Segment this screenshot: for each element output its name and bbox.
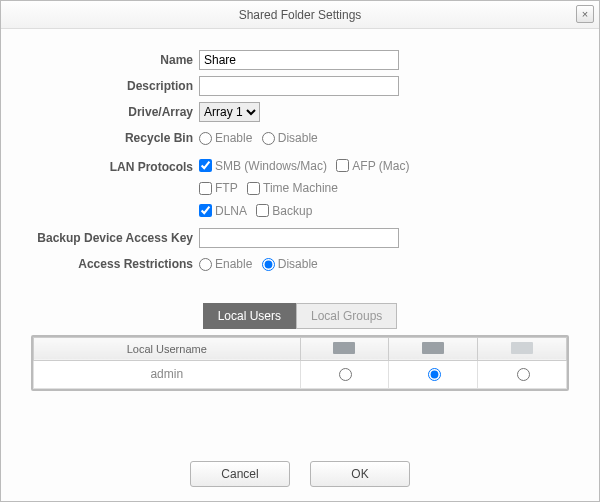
name-label: Name: [31, 49, 199, 71]
table-header-row: Local Username: [34, 337, 567, 360]
col-readonly-header: [300, 337, 389, 360]
dialog-titlebar: Shared Folder Settings ×: [1, 1, 599, 29]
cancel-button[interactable]: Cancel: [190, 461, 290, 487]
readwrite-icon: [422, 342, 444, 354]
timemachine-checkbox[interactable]: [247, 182, 260, 195]
row-username: admin: [34, 360, 301, 388]
permissions-tabs: Local Users Local Groups: [31, 303, 569, 329]
dialog-title: Shared Folder Settings: [239, 8, 362, 22]
close-icon: ×: [582, 8, 588, 20]
backup-checkbox[interactable]: [256, 204, 269, 217]
recycle-enable-text: Enable: [215, 127, 252, 149]
smb-checkbox[interactable]: [199, 159, 212, 172]
timemachine-text: Time Machine: [263, 178, 338, 198]
drive-array-select[interactable]: Array 1: [199, 102, 260, 122]
recycle-disable-radio[interactable]: [262, 132, 275, 145]
recycle-bin-label: Recycle Bin: [31, 127, 199, 149]
tab-local-users[interactable]: Local Users: [203, 303, 296, 329]
row-readwrite-radio[interactable]: [428, 368, 441, 381]
recycle-enable-radio[interactable]: [199, 132, 212, 145]
dialog-body: Name Description Drive/Array Array 1 Rec…: [1, 29, 599, 401]
permissions-table-wrap: Local Username admin: [31, 335, 569, 391]
col-noaccess-header: [478, 337, 567, 360]
shared-folder-settings-dialog: Shared Folder Settings × Name Descriptio…: [0, 0, 600, 502]
description-input[interactable]: [199, 76, 399, 96]
drive-array-label: Drive/Array: [31, 101, 199, 123]
ftp-checkbox[interactable]: [199, 182, 212, 195]
permissions-table: Local Username admin: [33, 337, 567, 389]
smb-text: SMB (Windows/Mac): [215, 156, 327, 176]
close-button[interactable]: ×: [576, 5, 594, 23]
afp-checkbox[interactable]: [336, 159, 349, 172]
backup-key-label: Backup Device Access Key: [31, 227, 199, 249]
col-user-header: Local Username: [34, 337, 301, 360]
access-disable-text: Disable: [278, 253, 318, 275]
access-disable-radio[interactable]: [262, 258, 275, 271]
recycle-disable-text: Disable: [278, 127, 318, 149]
row-noaccess-radio[interactable]: [517, 368, 530, 381]
table-row: admin: [34, 360, 567, 388]
lan-protocols-label: LAN Protocols: [31, 156, 199, 178]
description-label: Description: [31, 75, 199, 97]
noaccess-icon: [511, 342, 533, 354]
col-readwrite-header: [389, 337, 478, 360]
backup-text: Backup: [272, 201, 312, 221]
dialog-footer: Cancel OK: [1, 461, 599, 487]
dlna-checkbox[interactable]: [199, 204, 212, 217]
readonly-icon: [333, 342, 355, 354]
ftp-text: FTP: [215, 178, 238, 198]
access-enable-text: Enable: [215, 253, 252, 275]
name-input[interactable]: [199, 50, 399, 70]
row-readonly-radio[interactable]: [339, 368, 352, 381]
dlna-text: DLNA: [215, 201, 247, 221]
afp-text: AFP (Mac): [352, 156, 409, 176]
access-restrictions-label: Access Restrictions: [31, 253, 199, 275]
backup-key-input[interactable]: [199, 228, 399, 248]
access-enable-radio[interactable]: [199, 258, 212, 271]
tab-local-groups[interactable]: Local Groups: [296, 303, 397, 329]
ok-button[interactable]: OK: [310, 461, 410, 487]
